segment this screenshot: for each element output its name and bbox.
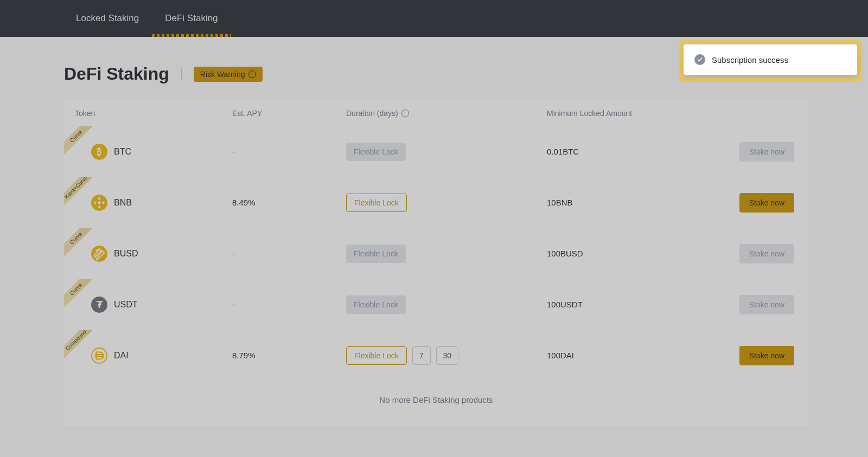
token-cell: DAI xyxy=(75,347,232,364)
apy-value: 8.49% xyxy=(232,198,256,207)
tab-locked-staking[interactable]: Locked Staking xyxy=(76,0,139,37)
min-amount: 0.01BTC xyxy=(547,147,579,156)
min-amount: 100BUSD xyxy=(547,249,583,258)
token-symbol: BUSD xyxy=(114,249,138,259)
stake-now-button: Stake now xyxy=(739,244,794,263)
svg-text:₿: ₿ xyxy=(97,146,101,157)
busd-coin-icon xyxy=(91,246,107,262)
stake-now-button[interactable]: Stake now xyxy=(739,193,794,213)
col-header-min: Minimum Locked Amount xyxy=(547,109,710,118)
token-symbol: DAI xyxy=(114,351,129,361)
subscription-toast: Subscription success xyxy=(684,44,857,75)
flexible-lock-pill: Flexible Lock xyxy=(346,143,406,161)
divider xyxy=(181,68,182,80)
no-more-text: No more DeFi Staking products xyxy=(64,381,808,426)
tab-locked-staking-label: Locked Staking xyxy=(76,13,139,24)
table-row: CompoundDAI8.79%Flexible Lock730100DAISt… xyxy=(64,330,808,381)
table-header: Token Est. APY Duration (days) i Minimum… xyxy=(64,100,808,126)
info-icon[interactable]: i xyxy=(401,110,409,117)
apy-value: - xyxy=(232,147,235,156)
table-row: Curve₮USDT-Flexible Lock100USDTStake now xyxy=(64,279,808,330)
token-cell: ₿BTC xyxy=(75,144,232,160)
col-header-apy: Est. APY xyxy=(232,109,346,118)
dai-coin-icon xyxy=(91,347,107,364)
flexible-lock-pill[interactable]: Flexible Lock xyxy=(346,194,407,212)
page-title: DeFi Staking xyxy=(64,64,169,84)
risk-warning-label: Risk Warning xyxy=(200,70,245,79)
col-header-duration: Duration (days) i xyxy=(346,109,547,118)
btc-coin-icon: ₿ xyxy=(91,144,107,160)
min-amount: 100USDT xyxy=(547,300,583,309)
duration-option[interactable]: 30 xyxy=(436,346,459,365)
top-tabs: Locked Staking DeFi Staking xyxy=(0,0,868,37)
apy-value: - xyxy=(232,300,235,309)
token-symbol: BNB xyxy=(114,198,132,208)
table-row: Curve₿BTC-Flexible Lock0.01BTCStake now xyxy=(64,126,808,177)
tab-defi-staking[interactable]: DeFi Staking xyxy=(165,0,218,37)
apy-value: - xyxy=(232,249,235,258)
table-row: CurveBUSD-Flexible Lock100BUSDStake now xyxy=(64,228,808,279)
info-icon: i xyxy=(248,70,256,78)
stake-now-button[interactable]: Stake now xyxy=(739,346,794,365)
token-symbol: USDT xyxy=(114,300,138,310)
col-header-token: Token xyxy=(75,109,232,118)
toast-text: Subscription success xyxy=(712,55,788,65)
min-amount: 10BNB xyxy=(547,198,573,207)
table-row: Kava+CurveBNB8.49%Flexible Lock10BNBStak… xyxy=(64,177,808,228)
flexible-lock-pill: Flexible Lock xyxy=(346,295,406,314)
staking-table: Token Est. APY Duration (days) i Minimum… xyxy=(64,100,808,426)
token-cell: BNB xyxy=(75,195,232,211)
col-header-duration-label: Duration (days) xyxy=(346,109,398,118)
min-amount: 100DAI xyxy=(547,351,574,360)
apy-value: 8.79% xyxy=(232,351,256,360)
stake-now-button: Stake now xyxy=(739,142,794,162)
stake-now-button: Stake now xyxy=(739,295,794,314)
svg-text:₮: ₮ xyxy=(96,299,103,310)
token-cell: BUSD xyxy=(75,246,232,262)
flexible-lock-pill[interactable]: Flexible Lock xyxy=(346,346,407,365)
flexible-lock-pill: Flexible Lock xyxy=(346,244,406,263)
risk-warning-badge[interactable]: Risk Warning i xyxy=(194,67,263,82)
usdt-coin-icon: ₮ xyxy=(91,297,107,313)
content: DeFi Staking Risk Warning i Token Est. A… xyxy=(0,37,868,426)
check-icon xyxy=(694,54,705,65)
svg-point-11 xyxy=(92,348,107,363)
duration-option[interactable]: 7 xyxy=(412,346,431,365)
token-symbol: BTC xyxy=(114,147,131,157)
tab-defi-staking-label: DeFi Staking xyxy=(165,13,218,24)
token-cell: ₮USDT xyxy=(75,297,232,313)
bnb-coin-icon xyxy=(91,195,107,211)
